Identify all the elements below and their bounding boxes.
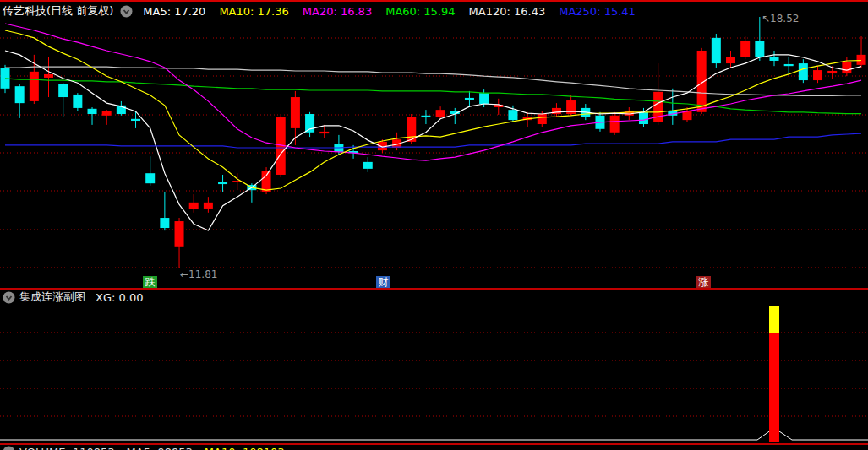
ma-label: MA250: 15.41 [559, 5, 636, 18]
chevron-down-icon[interactable] [120, 5, 133, 18]
marker-badge-涨: 涨 [696, 276, 711, 288]
volume-ma10-value: MA10: 108103 [205, 446, 285, 450]
chevron-down-icon[interactable] [3, 291, 15, 304]
stock-chart-app: { "header": { "title": "传艺科技(日线 前复权)", "… [0, 0, 868, 450]
chevron-down-icon[interactable] [3, 446, 15, 450]
candlestick-chart[interactable] [0, 0, 868, 450]
price-annotation: ↖18.52 [762, 13, 799, 24]
indicator-title: 集成连涨副图 [19, 290, 85, 305]
ma-label: MA20: 16.83 [303, 5, 372, 18]
indicator-panel-header: 集成连涨副图 XG: 0.00 [0, 290, 868, 305]
marker-badge-财: 财 [376, 276, 390, 288]
ma-legend: MA5: 17.20MA10: 17.36MA20: 16.83MA60: 15… [143, 5, 649, 18]
marker-badge-跌: 跌 [143, 276, 157, 288]
volume-value: VOLUME: 110853 [19, 446, 115, 450]
price-annotation: ←11.81 [180, 268, 217, 280]
indicator-xg-value: XG: 0.00 [96, 291, 143, 304]
main-chart-header: 传艺科技(日线 前复权) MA5: 17.20MA10: 17.36MA20: … [0, 2, 868, 20]
ma-label: MA5: 17.20 [143, 5, 205, 18]
volume-ma5-value: MA5: 98853 [127, 446, 193, 450]
chart-title: 传艺科技(日线 前复权) [3, 3, 113, 19]
ma-label: MA60: 15.94 [385, 5, 455, 18]
ma-label: MA10: 17.36 [219, 5, 288, 18]
ma-label: MA120: 16.43 [469, 5, 546, 18]
volume-panel-header: VOLUME: 110853 MA5: 98853 MA10: 108103 [0, 444, 868, 450]
